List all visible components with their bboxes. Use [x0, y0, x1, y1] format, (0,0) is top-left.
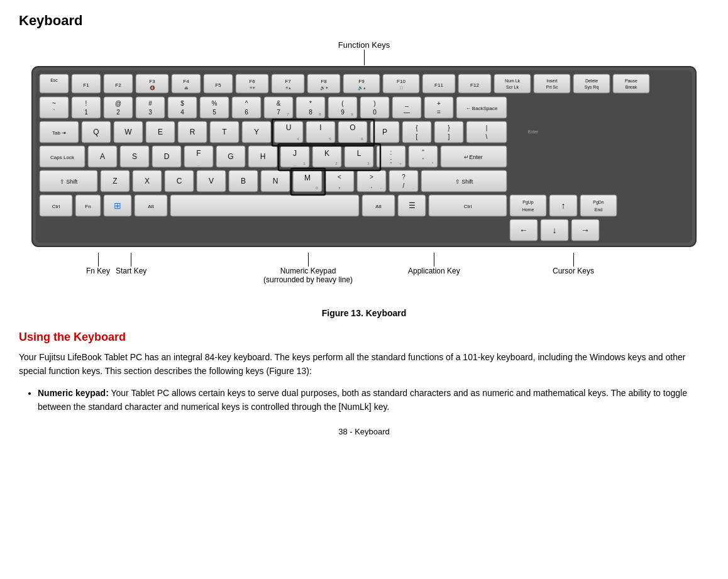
svg-text:L: L — [357, 149, 361, 158]
svg-text:X: X — [145, 177, 150, 185]
svg-text:K: K — [324, 149, 329, 158]
svg-rect-2 — [40, 74, 69, 93]
svg-text:[: [ — [416, 133, 418, 140]
svg-text:+: + — [437, 100, 441, 107]
section-body: Your Fujitsu LifeBook Tablet PC has an i… — [19, 350, 709, 378]
svg-rect-38 — [534, 74, 570, 93]
svg-text:7: 7 — [277, 109, 280, 116]
svg-text:⇧ Shift: ⇧ Shift — [455, 179, 473, 185]
svg-text:PgDn: PgDn — [593, 200, 604, 205]
svg-text:!: ! — [85, 100, 87, 107]
svg-text:.: . — [371, 182, 373, 189]
svg-text:↑: ↑ — [561, 201, 566, 211]
svg-text:F8: F8 — [321, 79, 327, 84]
svg-text:': ' — [422, 157, 424, 164]
svg-text:Caps Lock: Caps Lock — [50, 155, 75, 160]
svg-text:Home: Home — [522, 207, 534, 212]
svg-text:Num Lk: Num Lk — [505, 79, 521, 83]
svg-text:Delete: Delete — [585, 79, 598, 83]
svg-text:*: * — [309, 100, 312, 107]
svg-text:?: ? — [402, 174, 405, 180]
svg-text:4: 4 — [180, 109, 184, 116]
svg-text:🔇: 🔇 — [150, 85, 155, 91]
svg-text:Alt: Alt — [148, 204, 154, 209]
svg-text:_: _ — [197, 160, 201, 166]
svg-text::: : — [390, 149, 392, 156]
svg-text:_: _ — [293, 160, 297, 166]
svg-text:T: T — [222, 128, 227, 136]
svg-text:Break: Break — [626, 85, 637, 89]
svg-text:Tab ⇥: Tab ⇥ — [52, 130, 66, 136]
svg-text:Pause: Pause — [625, 79, 637, 83]
svg-rect-35 — [494, 74, 531, 93]
numeric-keypad-label: Numeric Keypad (surrounded by heavy line… — [263, 267, 353, 284]
svg-text:+: + — [399, 162, 402, 165]
svg-text:☀▴: ☀▴ — [285, 85, 291, 90]
svg-text:Ctrl: Ctrl — [464, 204, 472, 209]
svg-text:3: 3 — [148, 109, 152, 116]
svg-text:>: > — [370, 174, 373, 180]
svg-text:⏏: ⏏ — [184, 85, 189, 90]
svg-text:R: R — [190, 128, 196, 136]
svg-text:0: 0 — [373, 109, 377, 116]
svg-text:🔊▾: 🔊▾ — [320, 85, 328, 91]
svg-text:F11: F11 — [434, 82, 443, 88]
section-heading: Using the Keyboard — [19, 331, 709, 344]
svg-text:D: D — [164, 152, 170, 161]
svg-rect-206 — [510, 195, 546, 216]
svg-text:☀▾: ☀▾ — [249, 85, 255, 90]
svg-text:6: 6 — [245, 109, 248, 116]
svg-text:F5: F5 — [215, 82, 221, 88]
bullet-text: Your Tablet PC allows certain keys to se… — [38, 388, 687, 412]
svg-text:—: — — [404, 109, 410, 116]
svg-text:;: ; — [390, 157, 392, 164]
svg-text:☰: ☰ — [409, 201, 416, 210]
svg-text:M: M — [304, 174, 311, 182]
svg-text:←: ← — [519, 225, 528, 235]
svg-text:PgUp: PgUp — [522, 200, 534, 205]
page-title: Keyboard — [19, 13, 709, 29]
svg-text:): ) — [373, 100, 375, 107]
svg-text:Alt: Alt — [375, 204, 382, 209]
svg-text:O: O — [350, 123, 355, 132]
svg-text:Y: Y — [254, 128, 259, 136]
svg-text:9: 9 — [341, 109, 345, 116]
svg-text:Enter: Enter — [528, 130, 539, 134]
svg-rect-41 — [573, 74, 610, 93]
svg-text:F: F — [196, 149, 201, 158]
svg-text:F6: F6 — [249, 79, 255, 84]
svg-text:A: A — [100, 152, 105, 161]
svg-text:\: \ — [486, 133, 488, 140]
svg-text:2: 2 — [116, 109, 120, 116]
svg-text:&: & — [277, 100, 281, 107]
svg-text:~: ~ — [52, 100, 56, 107]
svg-text:↵Enter: ↵Enter — [464, 154, 483, 160]
bullet-bold: Numeric keypad: — [38, 388, 109, 398]
svg-text:F9: F9 — [358, 79, 365, 84]
svg-text:Q: Q — [93, 128, 99, 136]
svg-text:F7: F7 — [285, 79, 291, 84]
svg-text:Prt Sc: Prt Sc — [546, 85, 558, 89]
svg-text:@: @ — [115, 100, 121, 107]
svg-text:|: | — [486, 124, 488, 131]
svg-text:🔊▴: 🔊▴ — [358, 85, 366, 91]
svg-rect-211 — [580, 195, 617, 216]
svg-text:E: E — [158, 128, 163, 136]
svg-text:N: N — [273, 177, 279, 185]
svg-text:J: J — [293, 149, 297, 158]
svg-text:]: ] — [448, 133, 450, 140]
svg-text:Scr Lk: Scr Lk — [506, 85, 519, 89]
svg-text:Ctrl: Ctrl — [52, 204, 60, 209]
svg-text:G: G — [228, 152, 233, 161]
page-number: 38 - Keyboard — [19, 427, 709, 436]
svg-text:5: 5 — [212, 109, 216, 116]
svg-text:V: V — [209, 177, 214, 185]
svg-text:→: → — [581, 225, 590, 235]
svg-text:H: H — [260, 152, 266, 161]
list-item: Numeric keypad: Your Tablet PC allows ce… — [38, 386, 709, 414]
cursor-keys-label: Cursor Keys — [553, 267, 594, 275]
svg-text:$: $ — [180, 100, 184, 107]
svg-text:%: % — [212, 100, 218, 107]
svg-text:F4: F4 — [183, 79, 189, 84]
svg-text:Insert: Insert — [546, 79, 558, 83]
